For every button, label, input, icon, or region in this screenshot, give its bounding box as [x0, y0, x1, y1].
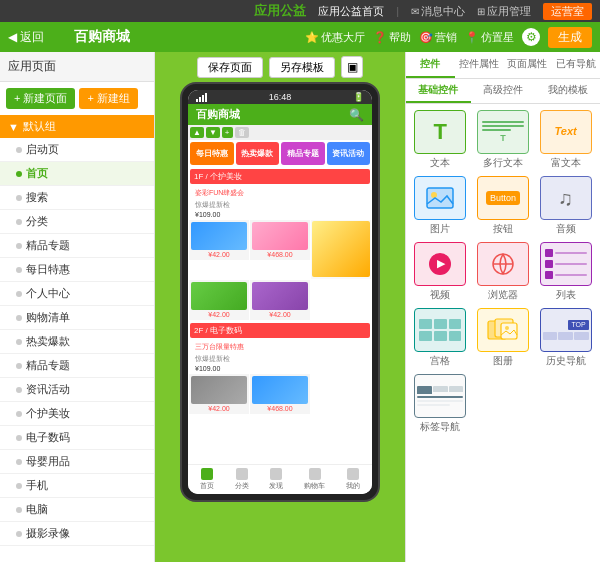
scroll-up-btn[interactable]: ▲: [190, 127, 204, 138]
sidebar: 应用页面 + 新建页面 + 新建组 ▼ 默认组 启动页 首页 搜索 分类 精品专…: [0, 52, 155, 562]
item-dot-active: [16, 171, 22, 177]
bottom-category[interactable]: 分类: [235, 468, 249, 491]
tab-control-props[interactable]: 控件属性: [455, 52, 504, 78]
app-manage-link[interactable]: ⊞ 应用管理: [477, 4, 531, 19]
comp-list[interactable]: 列表: [537, 242, 594, 302]
comp-grid[interactable]: 宫格: [412, 308, 469, 368]
new-page-btn[interactable]: + 新建页面: [6, 88, 75, 109]
save-page-btn[interactable]: 保存页面: [197, 57, 263, 78]
product-item[interactable]: ¥42.00: [189, 220, 249, 260]
center-area: 保存页面 另存模板 ▣ 16:48 🔋: [155, 52, 405, 562]
browser-comp-icon: [477, 242, 529, 286]
vip-hall-link[interactable]: ⭐ 优惠大厅: [305, 30, 365, 45]
tab-page-props[interactable]: 页面属性: [503, 52, 552, 78]
banner-news[interactable]: 资讯活动: [327, 142, 371, 165]
search-icon[interactable]: 🔍: [349, 108, 364, 122]
promo2-area: 三万台限量特惠 惊爆提新检 ¥109.00: [188, 340, 372, 373]
product-item[interactable]: ¥468.00: [250, 374, 310, 414]
sidebar-item-beauty[interactable]: 个护美妆: [0, 402, 154, 426]
settings-link[interactable]: 📍 仿置星: [465, 30, 514, 45]
scroll-add-btn[interactable]: +: [222, 127, 233, 138]
generate-btn[interactable]: 生成: [548, 27, 592, 48]
back-icon: ◀: [8, 30, 17, 44]
comp-button[interactable]: Button 按钮: [475, 176, 532, 236]
comp-multitext[interactable]: T 多行文本: [475, 110, 532, 170]
op-center-btn[interactable]: 运营室: [543, 3, 592, 20]
sidebar-item-hot[interactable]: 热卖爆款: [0, 330, 154, 354]
image-svg: [425, 186, 455, 210]
help-link[interactable]: ❓ 帮助: [373, 30, 411, 45]
product-item[interactable]: ¥468.00: [250, 220, 310, 260]
item-dot: [16, 507, 22, 513]
bottom-discover[interactable]: 发现: [269, 468, 283, 491]
item-dot: [16, 267, 22, 273]
comp-history-nav[interactable]: TOP 历史导航: [537, 308, 594, 368]
sidebar-item-phone[interactable]: 手机: [0, 474, 154, 498]
comp-grid-label: 宫格: [430, 354, 450, 368]
msg-center-link[interactable]: ✉ 消息中心: [411, 4, 465, 19]
cart-icon: [309, 468, 321, 480]
app-title: 百购商城: [74, 28, 130, 46]
sidebar-group-default[interactable]: ▼ 默认组: [0, 115, 154, 138]
bottom-home[interactable]: 首页: [200, 468, 214, 491]
app-dashboard-link[interactable]: 应用公益首页: [318, 4, 384, 19]
comp-tab-basic[interactable]: 基础控件: [406, 79, 471, 103]
product-item[interactable]: ¥42.00: [250, 280, 310, 320]
product-img: [191, 222, 247, 250]
tab-controls[interactable]: 控件: [406, 52, 455, 78]
comp-audio[interactable]: ♫ 音频: [537, 176, 594, 236]
product-item[interactable]: ¥42.00: [189, 280, 249, 320]
sidebar-item-personal[interactable]: 个人中心: [0, 282, 154, 306]
sidebar-item-category[interactable]: 分类: [0, 210, 154, 234]
gear-icon[interactable]: ⚙: [522, 28, 540, 46]
item-dot: [16, 339, 22, 345]
banner-featured[interactable]: 精品专题: [281, 142, 325, 165]
scroll-del-btn[interactable]: 🗑: [235, 127, 249, 138]
sidebar-item-home[interactable]: 首页: [0, 162, 154, 186]
item-dot: [16, 219, 22, 225]
product-img: [252, 222, 308, 250]
item-dot: [16, 243, 22, 249]
right-tabs: 控件 控件属性 页面属性 已有导航: [406, 52, 600, 79]
comp-text[interactable]: T 文本: [412, 110, 469, 170]
sidebar-item-electronics[interactable]: 电子数码: [0, 426, 154, 450]
sidebar-item-daily[interactable]: 每日特惠: [0, 258, 154, 282]
bottom-mine[interactable]: 我的: [346, 468, 360, 491]
sidebar-item-computer[interactable]: 电脑: [0, 498, 154, 522]
sidebar-item-photo[interactable]: 摄影录像: [0, 522, 154, 546]
comp-gallery[interactable]: 图册: [475, 308, 532, 368]
tab-nav[interactable]: 已有导航: [552, 52, 601, 78]
sidebar-item-featured2[interactable]: 精品专题: [0, 354, 154, 378]
screen-icon[interactable]: ▣: [341, 56, 363, 78]
comp-video[interactable]: ▶ 视频: [412, 242, 469, 302]
sidebar-item-search[interactable]: 搜索: [0, 186, 154, 210]
phone-header: 百购商城 🔍: [188, 104, 372, 125]
product-large[interactable]: [311, 220, 371, 279]
toolbar-row: 保存页面 另存模板 ▣: [197, 56, 363, 78]
sidebar-item-baby[interactable]: 母婴用品: [0, 450, 154, 474]
scroll-down-btn[interactable]: ▼: [206, 127, 220, 138]
product-grid-2: ¥42.00 ¥42.00: [188, 279, 372, 321]
sidebar-item-news[interactable]: 资讯活动: [0, 378, 154, 402]
product-item[interactable]: ¥42.00: [189, 374, 249, 414]
sidebar-item-launch[interactable]: 启动页: [0, 138, 154, 162]
components-grid: T 文本 T 多行文本 Text: [406, 104, 600, 440]
bottom-cart[interactable]: 购物车: [304, 468, 325, 491]
new-group-btn[interactable]: + 新建组: [79, 88, 137, 109]
banner-daily[interactable]: 每日特惠: [190, 142, 234, 165]
comp-tab-my[interactable]: 我的模板: [535, 79, 600, 103]
comp-richtext[interactable]: Text 富文本: [537, 110, 594, 170]
comp-tab-nav[interactable]: 标签导航: [412, 374, 469, 434]
comp-tab-advanced[interactable]: 高级控件: [471, 79, 536, 103]
sidebar-item-featured[interactable]: 精品专题: [0, 234, 154, 258]
another-template-btn[interactable]: 另存模板: [269, 57, 335, 78]
phone-content[interactable]: ▲ ▼ + 🗑 每日特惠 热卖爆款 精品专题: [188, 125, 372, 464]
comp-browser[interactable]: 浏览器: [475, 242, 532, 302]
comp-gallery-label: 图册: [493, 354, 513, 368]
marketing-link[interactable]: 🎯 营销: [419, 30, 457, 45]
sidebar-item-cart-list[interactable]: 购物清单: [0, 306, 154, 330]
item-dot: [16, 387, 22, 393]
comp-image[interactable]: 图片: [412, 176, 469, 236]
banner-hot[interactable]: 热卖爆款: [236, 142, 280, 165]
back-btn[interactable]: ◀ 返回: [8, 29, 44, 46]
